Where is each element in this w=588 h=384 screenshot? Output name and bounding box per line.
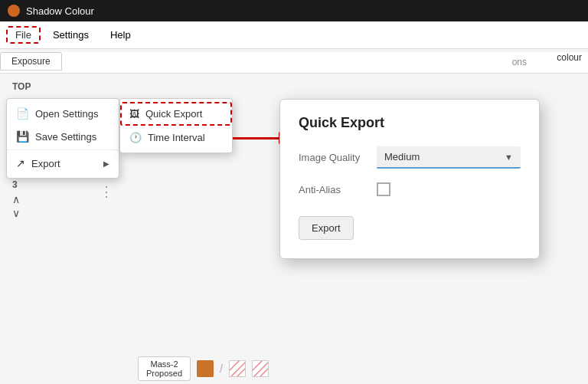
quick-export-dialog: Quick Export Image Quality Medium ▼ Anti… <box>279 99 540 259</box>
file-dropdown-menu: 📄 Open Settings 💾 Save Settings ↗ Export… <box>6 98 119 179</box>
dropdown-divider <box>7 149 119 150</box>
app-content: Exposure ons colour TOP ∧ ∨ 2 ∨ ⋮ 3 ∧ ∨ … <box>0 49 588 384</box>
mass-label: Mass-2 <box>146 359 182 369</box>
time-interval-item[interactable]: 🕐 Time Interval <box>120 126 232 149</box>
menu-bar: File Settings Help <box>0 21 588 49</box>
save-settings-item[interactable]: 💾 Save Settings <box>7 125 119 148</box>
image-quality-row: Image Quality Medium ▼ <box>299 146 521 169</box>
options-label: ons <box>512 57 527 67</box>
dot-menu-3[interactable]: ⋮ <box>100 183 115 200</box>
chevron-down-3[interactable]: ∨ <box>12 207 20 219</box>
colour-label: colour <box>557 52 582 63</box>
proposed-label: Proposed <box>146 369 182 378</box>
title-bar: Shadow Colour <box>0 0 588 21</box>
svg-line-5 <box>253 361 263 372</box>
image-quality-label: Image Quality <box>299 152 368 163</box>
color-swatch-orange[interactable] <box>197 360 214 377</box>
svg-line-3 <box>253 361 269 377</box>
app-icon <box>8 5 20 17</box>
export-item[interactable]: ↗ Export ▶ <box>7 152 119 175</box>
quick-export-item[interactable]: 🖼 Quick Export <box>120 102 232 126</box>
anti-alias-label: Anti-Alias <box>299 184 368 195</box>
slash-separator: / <box>220 363 223 375</box>
bottom-items-bar: Mass-2 Proposed / <box>138 356 269 381</box>
open-settings-icon: 📄 <box>16 107 29 120</box>
svg-line-0 <box>230 361 246 377</box>
dialog-title: Quick Export <box>299 115 521 131</box>
export-icon: ↗ <box>16 157 25 169</box>
menu-item-help[interactable]: Help <box>101 26 140 44</box>
quality-dropdown-arrow-icon: ▼ <box>505 153 513 162</box>
open-settings-item[interactable]: 📄 Open Settings <box>7 102 119 125</box>
export-submenu: 🖼 Quick Export 🕐 Time Interval <box>119 98 233 153</box>
chevron-up-3[interactable]: ∧ <box>12 193 20 205</box>
row3-section: 3 ∧ ∨ <box>12 179 20 219</box>
image-quality-select[interactable]: Medium ▼ <box>377 146 521 169</box>
anti-alias-row: Anti-Alias <box>299 182 521 196</box>
arrow-line <box>233 137 279 139</box>
svg-line-2 <box>230 361 240 372</box>
app-title: Shadow Colour <box>26 5 94 17</box>
anti-alias-checkbox[interactable] <box>377 182 390 196</box>
export-button[interactable]: Export <box>299 216 354 240</box>
hatched-box-1[interactable] <box>229 360 246 377</box>
quick-export-icon: 🖼 <box>129 108 139 120</box>
row3-label: 3 <box>12 179 20 190</box>
submenu-arrow-icon: ▶ <box>103 159 109 168</box>
time-interval-icon: 🕐 <box>129 132 142 143</box>
exposure-tab[interactable]: Exposure <box>0 52 62 71</box>
mass-box: Mass-2 Proposed <box>138 356 191 381</box>
hatched-box-2[interactable] <box>252 360 269 377</box>
save-settings-icon: 💾 <box>16 130 29 143</box>
quality-select-value: Medium <box>384 151 420 162</box>
menu-item-settings[interactable]: Settings <box>44 26 98 44</box>
top-label: TOP <box>12 81 31 92</box>
menu-item-file[interactable]: File <box>6 26 41 44</box>
